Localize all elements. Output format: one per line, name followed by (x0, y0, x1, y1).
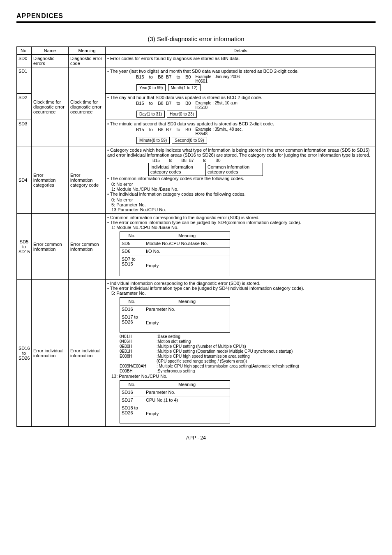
sd16-no: SD16 to SD26 (17, 280, 32, 427)
sd4-details: • Category codes which help indicate wha… (106, 146, 376, 214)
t2-r2a: SD17 (120, 396, 144, 404)
sd2-no: SD2 (17, 94, 32, 120)
bit-to: to (149, 101, 153, 106)
sd2-line1: • The day and hour that SD0 data was upd… (107, 95, 374, 100)
sd3-details: • The minute and second that SD0 data wa… (106, 120, 376, 146)
t2-r1b: Parameter No. (144, 388, 230, 396)
bit-b0: B0 (215, 158, 220, 163)
sd5-line1: • Common information corresponding to th… (107, 215, 374, 220)
bit-to: to (177, 101, 180, 106)
sd0-no: SD0 (17, 55, 32, 67)
code-v: : Multiple CPU high speed transmission a… (157, 364, 299, 368)
bit-b15: B15 (136, 74, 144, 79)
bit-to: to (177, 74, 180, 79)
bit-to: to (169, 158, 172, 163)
row-sd0: SD0 Diagnostic errors Diagnostic error c… (17, 55, 376, 67)
sd5-table: No.Meaning SD5Module No./CPU No./Base No… (120, 231, 230, 276)
code-k: 0E00H (120, 344, 157, 349)
col-meaning: Meaning (69, 47, 106, 55)
table-header-row: No. Name Meaning Details (17, 47, 376, 55)
bit-b0: B0 (185, 127, 191, 132)
bit-b7: B7 (166, 127, 171, 132)
row-sd16: SD16 to SD26 Error individual informatio… (17, 280, 376, 427)
sd5-meaning: Error common information (69, 214, 106, 280)
r3a: SD7 to SD15 (120, 255, 144, 276)
code-v: :Multiple CPU high speed transmission ar… (157, 354, 250, 358)
sd4-line1: • Category codes which help indicate wha… (107, 148, 374, 157)
sd0-details: • Error codes for errors found by diagno… (106, 55, 376, 67)
bit-to: to (177, 127, 180, 132)
row-sd4: SD4 Error information categories Error i… (17, 146, 376, 214)
sd0-meaning: Diagnostic error code (69, 55, 106, 67)
t1-th2: Meaning (144, 298, 230, 305)
bit-to: to (203, 158, 206, 163)
r1b: Module No./CPU No./Base No. (144, 240, 230, 247)
t1-th1: No. (120, 298, 144, 305)
sd1-box2: Month(1 to 12) (168, 84, 201, 91)
sd5-details: • Common information corresponding to th… (106, 214, 376, 280)
page-header: APPENDICES (16, 12, 376, 20)
th-meaning: Meaning (144, 232, 230, 240)
t1-r2b: Empty (144, 313, 230, 333)
sd16-line2: • The error individual information type … (107, 286, 374, 291)
t2-r1a: SD16 (120, 388, 144, 396)
t2-th2: Meaning (144, 381, 230, 388)
cat1: Individual information category codes (149, 163, 206, 176)
sd4-c0: 0: No error (111, 182, 374, 187)
sd1-details: • The year (last two digits) and month t… (106, 67, 376, 94)
code-v: :Multiple CPU setting (Operation mode/ M… (157, 349, 293, 354)
sd3-line1: • The minute and second that SD0 data wa… (107, 121, 374, 126)
row-sd5: SD5 to SD15 Error common information Err… (17, 214, 376, 280)
sd1-ex1: Example : January 2006 (195, 74, 240, 79)
t1-r1a: SD16 (120, 305, 144, 313)
code-k: 0406H (120, 339, 157, 344)
bit-b8: B8 (158, 74, 163, 79)
code-v: :Motion slot setting (157, 339, 191, 344)
sd1-3-meaning: Clock time for diagnostic error occurren… (69, 67, 106, 146)
bit-b8: B8 (158, 127, 163, 132)
sd1-ex2: H0601 (195, 79, 207, 83)
sd3-no: SD3 (17, 120, 32, 146)
sd4-meaning: Error information category code (69, 146, 106, 214)
sd2-ex2: H2510 (195, 105, 207, 110)
sd1-line1: • The year (last two digits) and month t… (107, 69, 374, 74)
sd2-box2: Hour(0 to 23) (167, 111, 197, 118)
code-k: E009H/E00AH (120, 364, 157, 368)
sd16-table1: No.Meaning SD16Parameter No. SD17 to SD2… (120, 297, 230, 333)
sd1-box1: Year(0 to 99) (136, 84, 166, 91)
r1a: SD5 (120, 240, 144, 247)
sd0-name: Diagnostic errors (32, 55, 69, 67)
col-name: Name (32, 47, 69, 55)
sd16-name: Error individual information (32, 280, 69, 427)
section-title: (3) Self-diagnostic error information (16, 35, 376, 42)
code-list: 0401H:Base setting 0406H:Motion slot set… (120, 334, 374, 373)
bit-b0: B0 (185, 101, 191, 106)
header-rule (16, 21, 376, 23)
sd2-box1: Day(1 to 31) (136, 111, 165, 118)
bit-b8: B8 (182, 158, 187, 163)
sd16-details: • Individual information corresponding t… (106, 280, 376, 427)
sd4-c1: 1: Module No./CPU No./Base No. (111, 187, 374, 192)
sd4-line2: • The common information category codes … (107, 176, 374, 181)
code-k: 0401H (120, 334, 157, 339)
sd4-i0: 0: No error (111, 197, 374, 202)
t2-r2b: CPU No.(1 to 4) (144, 396, 230, 404)
bit-b15: B15 (152, 158, 160, 163)
bit-to: to (149, 127, 153, 132)
bit-b15: B15 (136, 127, 144, 132)
bit-to: to (149, 74, 153, 79)
sd3-ex1: Example : 35min., 48 sec. (195, 127, 242, 132)
bit-b7: B7 (166, 74, 171, 79)
sd4-name: Error information categories (32, 146, 69, 214)
bit-b7: B7 (166, 101, 171, 106)
sd4-i5: 5: Parameter No. (111, 202, 374, 207)
r2b: I/O No. (144, 247, 230, 255)
sd4-line3: • The individual information category co… (107, 192, 374, 197)
code-k: E008H (120, 354, 157, 358)
bit-b8: B8 (158, 101, 163, 106)
sd3-ex2: H3548 (195, 132, 207, 136)
sd1-3-name: Clock time for diagnostic error occurren… (32, 67, 69, 146)
sd5-name: Error common information (32, 214, 69, 280)
t2-r3a: SD18 to SD26 (120, 404, 144, 423)
sd16-table2: No.Meaning SD16Parameter No. SD17CPU No.… (120, 380, 230, 423)
